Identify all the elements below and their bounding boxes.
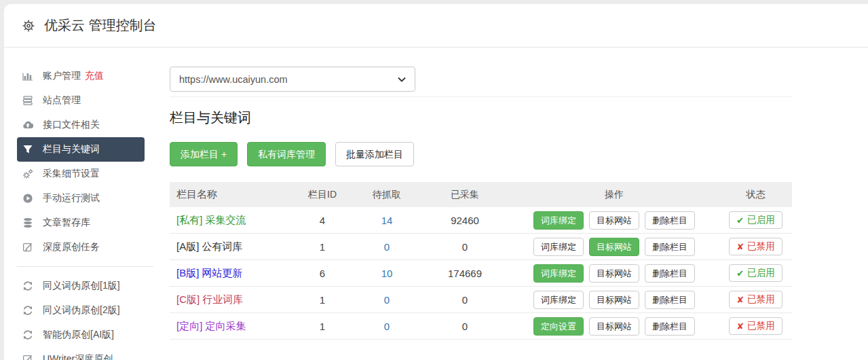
- refresh-icon: [22, 280, 34, 292]
- action-button[interactable]: 目标网站: [589, 291, 639, 309]
- batch-add-column-button[interactable]: 批量添加栏目: [335, 142, 414, 166]
- table-row: [A版] 公有词库 1 0 0 词库绑定目标网站删除栏目 ✘已禁用: [170, 234, 792, 260]
- sidebar-item-play-circle[interactable]: 手动运行测试: [17, 186, 145, 211]
- collected-count: 92460: [421, 215, 509, 226]
- sidebar-item-label: 智能伪原创[AI版]: [43, 329, 114, 341]
- column-name-link[interactable]: [C版] 行业词库: [170, 293, 292, 306]
- action-button[interactable]: 目标网站: [589, 264, 639, 283]
- cross-icon: ✘: [736, 322, 744, 331]
- action-button[interactable]: 删除栏目: [645, 264, 695, 283]
- sidebar-item-database[interactable]: 文章暂存库: [17, 211, 145, 235]
- sidebar-divider: [17, 266, 153, 267]
- add-column-button[interactable]: 添加栏目 +: [170, 142, 238, 166]
- actions-cell: 词库绑定目标网站删除栏目: [509, 291, 719, 309]
- table-header-cell: 操作: [509, 189, 719, 201]
- sidebar-item-label: 采集细节设置: [43, 168, 100, 180]
- action-button[interactable]: 目标网站: [589, 317, 639, 336]
- table-row: [B版] 网站更新 6 10 174669 词库绑定目标网站删除栏目 ✔已启用: [170, 260, 792, 287]
- actions-cell: 词库绑定目标网站删除栏目: [509, 211, 719, 230]
- sidebar-item-bar-chart[interactable]: 账户管理 充值: [17, 64, 145, 88]
- action-button[interactable]: 词库绑定: [533, 211, 584, 230]
- action-button[interactable]: 词库绑定: [533, 264, 584, 283]
- collected-count: 0: [421, 241, 509, 253]
- site-selector-row: https://www.ucaiyun.com: [170, 67, 792, 97]
- pending-count-link[interactable]: 0: [384, 321, 390, 332]
- refresh-icon: [22, 329, 34, 341]
- sidebar-item-label: 同义词伪原创[2版]: [43, 304, 120, 317]
- pending-count-link[interactable]: 10: [381, 268, 393, 279]
- status-badge[interactable]: ✔已启用: [729, 211, 782, 229]
- pending-count-link[interactable]: 14: [381, 215, 393, 226]
- action-button[interactable]: 定向设置: [533, 317, 584, 336]
- collected-count: 0: [421, 321, 509, 332]
- column-name-link[interactable]: [B版] 网站更新: [170, 267, 292, 280]
- status-badge[interactable]: ✘已禁用: [729, 238, 782, 255]
- action-button[interactable]: 目标网站: [589, 211, 639, 230]
- column-id-value: 1: [292, 294, 353, 306]
- sidebar-item-label: 账户管理: [43, 70, 81, 82]
- action-button[interactable]: 目标网站: [589, 238, 639, 256]
- app-header: 优采云 管理控制台: [4, 4, 868, 48]
- app-window: 优采云 管理控制台 账户管理 充值 站点管理 接口文件相关 栏目与关键词 采集细…: [4, 4, 868, 360]
- sidebar-item-edit[interactable]: 深度原创任务: [17, 235, 145, 259]
- actions-cell: 词库绑定目标网站删除栏目: [509, 264, 719, 283]
- action-button[interactable]: 删除栏目: [645, 238, 695, 256]
- toolbar: 添加栏目 + 私有词库管理 批量添加栏目: [170, 142, 792, 166]
- column-id-value: 4: [292, 215, 353, 226]
- recharge-badge[interactable]: 充值: [85, 70, 104, 82]
- cross-icon: ✘: [736, 295, 744, 304]
- cross-icon: ✘: [736, 242, 744, 251]
- status-badge[interactable]: ✘已禁用: [729, 317, 782, 335]
- site-selector-dropdown[interactable]: https://www.ucaiyun.com: [170, 67, 415, 92]
- refresh-icon: [22, 304, 34, 317]
- page-title-app: 优采云 管理控制台: [44, 16, 157, 35]
- status-badge[interactable]: ✔已启用: [729, 264, 782, 282]
- edit-icon: [22, 353, 34, 360]
- table-header-cell: 待抓取: [353, 189, 421, 201]
- action-button[interactable]: 词库绑定: [533, 238, 584, 256]
- table-header-cell: 已采集: [421, 189, 509, 201]
- check-icon: ✔: [736, 269, 744, 278]
- check-icon: ✔: [736, 216, 744, 225]
- sidebar-item-label: 站点管理: [43, 94, 81, 107]
- table-header-cell: 栏目名称: [170, 188, 292, 201]
- sidebar-item-edit[interactable]: UWriter深度原创: [17, 347, 145, 360]
- sidebar-item-funnel[interactable]: 栏目与关键词: [17, 137, 145, 162]
- table-row: [C版] 行业词库 1 0 0 词库绑定目标网站删除栏目 ✘已禁用: [170, 287, 792, 313]
- sidebar-item-server[interactable]: 站点管理: [17, 88, 145, 113]
- action-button[interactable]: 词库绑定: [533, 291, 584, 309]
- actions-cell: 定向设置目标网站删除栏目: [509, 317, 719, 336]
- chevron-down-icon: [398, 77, 406, 82]
- cloud-upload-icon: [22, 119, 34, 131]
- collected-count: 0: [421, 294, 509, 306]
- column-name-link[interactable]: [定向] 定向采集: [170, 320, 292, 333]
- column-id-value: 6: [292, 268, 353, 279]
- pending-count-link[interactable]: 0: [384, 294, 390, 306]
- play-circle-icon: [22, 192, 34, 204]
- sidebar-item-refresh[interactable]: 智能伪原创[AI版]: [17, 323, 145, 347]
- sidebar-item-label: 深度原创任务: [43, 241, 100, 253]
- action-button[interactable]: 删除栏目: [645, 317, 695, 336]
- column-id-value: 1: [292, 321, 353, 332]
- pending-count-link[interactable]: 0: [384, 241, 390, 253]
- gears-icon: [22, 168, 34, 180]
- table-header-row: 栏目名称栏目ID待抓取已采集操作状态: [170, 182, 792, 207]
- sidebar-item-refresh[interactable]: 同义词伪原创[1版]: [17, 274, 145, 298]
- action-button[interactable]: 删除栏目: [645, 291, 695, 309]
- table-row: [私有] 采集交流 4 14 92460 词库绑定目标网站删除栏目 ✔已启用: [170, 207, 792, 234]
- status-badge[interactable]: ✘已禁用: [729, 291, 782, 308]
- sidebar-item-cloud-upload[interactable]: 接口文件相关: [17, 113, 145, 137]
- action-button[interactable]: 删除栏目: [645, 211, 695, 230]
- sidebar-item-gears[interactable]: 采集细节设置: [17, 162, 145, 186]
- table-header-cell: 状态: [719, 189, 792, 201]
- main-content: https://www.ucaiyun.com 栏目与关键词 添加栏目 + 私有…: [170, 48, 792, 359]
- column-name-link[interactable]: [A版] 公有词库: [170, 240, 292, 253]
- collected-count: 174669: [421, 268, 509, 279]
- sidebar-item-refresh[interactable]: 同义词伪原创[2版]: [17, 298, 145, 323]
- site-selector-value: https://www.ucaiyun.com: [179, 74, 398, 85]
- table-row: [定向] 定向采集 1 0 0 定向设置目标网站删除栏目 ✘已禁用: [170, 313, 792, 340]
- column-name-link[interactable]: [私有] 采集交流: [170, 214, 292, 227]
- gear-icon: [22, 19, 35, 33]
- private-lexicon-button[interactable]: 私有词库管理: [247, 142, 326, 166]
- funnel-icon: [22, 143, 34, 156]
